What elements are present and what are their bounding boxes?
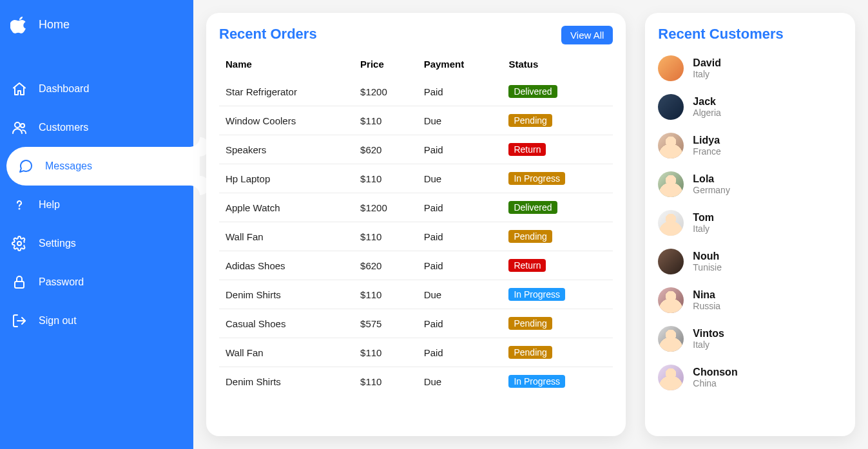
sidebar-item-customers[interactable]: Customers <box>0 108 193 147</box>
cell-name: Wall Fan <box>219 222 354 251</box>
avatar <box>658 171 684 197</box>
customer-country: France <box>693 146 721 157</box>
customer-country: Italy <box>693 224 714 234</box>
customer-info: ChonsonChina <box>693 366 737 389</box>
cell-payment: Paid <box>418 338 503 367</box>
cell-payment: Due <box>418 164 503 193</box>
apple-logo-icon <box>0 5 39 44</box>
sidebar-item-label: Dashboard <box>39 83 89 95</box>
customer-item[interactable]: VintosItaly <box>658 320 842 358</box>
status-badge: Delivered <box>508 85 557 98</box>
cell-payment: Paid <box>418 193 503 222</box>
sidebar-item-password[interactable]: Password <box>0 263 193 301</box>
customer-item[interactable]: TomItaly <box>658 204 842 242</box>
cell-status: In Progress <box>502 164 613 193</box>
table-row[interactable]: Hp Laptop$110DueIn Progress <box>219 164 613 193</box>
table-row[interactable]: Wall Fan$110PaidPending <box>219 338 613 367</box>
status-badge: In Progress <box>508 288 565 301</box>
table-row[interactable]: Star Refrigerator$1200PaidDelivered <box>219 77 613 106</box>
cell-status: Pending <box>502 222 613 251</box>
customer-name: Jack <box>693 95 721 108</box>
status-badge: In Progress <box>508 375 565 388</box>
table-row[interactable]: Apple Watch$1200PaidDelivered <box>219 193 613 222</box>
sidebar-item-label: Customers <box>39 122 88 133</box>
customer-item[interactable]: DavidItaly <box>658 49 842 88</box>
customer-info: VintosItaly <box>693 327 724 350</box>
sidebar-item-settings[interactable]: Settings <box>0 224 193 263</box>
customer-country: China <box>693 378 737 389</box>
col-status: Status <box>502 51 613 77</box>
table-row[interactable]: Denim Shirts$110DueIn Progress <box>219 367 613 396</box>
status-badge: Pending <box>508 346 552 359</box>
customer-country: Algeria <box>693 108 721 119</box>
view-all-button[interactable]: View All <box>561 26 613 44</box>
table-row[interactable]: Speakers$620PaidReturn <box>219 135 613 164</box>
cell-status: Delivered <box>502 193 613 222</box>
sidebar-item-help[interactable]: Help <box>0 186 193 224</box>
table-row[interactable]: Adidas Shoes$620PaidReturn <box>219 251 613 280</box>
sidebar-item-label: Password <box>39 276 84 288</box>
help-icon <box>0 186 39 224</box>
customer-info: LidyaFrance <box>693 134 721 157</box>
cell-payment: Paid <box>418 135 503 164</box>
lock-icon <box>0 263 39 301</box>
col-name: Name <box>219 51 354 77</box>
avatar <box>658 210 684 236</box>
table-row[interactable]: Denim Shirts$110DueIn Progress <box>219 280 613 309</box>
table-row[interactable]: Wall Fan$110PaidPending <box>219 222 613 251</box>
customer-item[interactable]: LolaGermany <box>658 165 842 204</box>
sidebar-item-dashboard[interactable]: Dashboard <box>0 70 193 108</box>
table-row[interactable]: Casual Shoes$575PaidPending <box>219 309 613 338</box>
customer-item[interactable]: NinaRussia <box>658 281 842 320</box>
cell-payment: Paid <box>418 309 503 338</box>
orders-header-row: Name Price Payment Status <box>219 51 613 77</box>
customer-name: Nouh <box>693 250 722 262</box>
nav-list: Home DashboardCustomersMessagesHelpSetti… <box>0 0 193 340</box>
customer-info: NouhTunisie <box>693 250 722 273</box>
cell-payment: Due <box>418 106 503 135</box>
main: Recent Orders View All Name Price Paymen… <box>193 0 868 449</box>
cell-payment: Due <box>418 280 503 309</box>
customer-name: David <box>693 57 721 69</box>
cell-price: $110 <box>354 280 418 309</box>
status-badge: Delivered <box>508 201 557 214</box>
customer-info: TomItaly <box>693 211 714 234</box>
status-badge: Pending <box>508 230 552 243</box>
cell-price: $1200 <box>354 77 418 106</box>
cell-payment: Due <box>418 367 503 396</box>
customer-item[interactable]: NouhTunisie <box>658 242 842 281</box>
sidebar-item-sign out[interactable]: Sign out <box>0 301 193 340</box>
customer-name: Nina <box>693 289 720 301</box>
cell-price: $620 <box>354 251 418 280</box>
customer-item[interactable]: ChonsonChina <box>658 358 842 397</box>
customer-info: DavidItaly <box>693 57 721 80</box>
sidebar-brand[interactable]: Home <box>0 5 193 70</box>
cell-name: Apple Watch <box>219 193 354 222</box>
cell-price: $110 <box>354 367 418 396</box>
cell-status: In Progress <box>502 280 613 309</box>
customer-item[interactable]: JackAlgeria <box>658 88 842 126</box>
brand-label: Home <box>39 18 70 32</box>
customers-header: Recent Customers <box>658 26 842 43</box>
signout-icon <box>0 301 39 340</box>
customer-country: Germany <box>693 185 730 196</box>
customer-country: Italy <box>693 339 724 350</box>
status-badge: Return <box>508 143 546 156</box>
status-badge: Return <box>508 259 546 272</box>
cell-status: Pending <box>502 106 613 135</box>
sidebar-item-label: Help <box>39 199 60 211</box>
cell-status: Delivered <box>502 77 613 106</box>
customer-info: LolaGermany <box>693 173 730 196</box>
sidebar-item-messages[interactable]: Messages <box>6 147 200 186</box>
cell-name: Denim Shirts <box>219 367 354 396</box>
customer-name: Lola <box>693 173 730 185</box>
table-row[interactable]: Window Coolers$110DuePending <box>219 106 613 135</box>
cell-price: $575 <box>354 309 418 338</box>
cell-price: $1200 <box>354 193 418 222</box>
avatar <box>658 326 684 352</box>
customer-item[interactable]: LidyaFrance <box>658 126 842 165</box>
cell-status: In Progress <box>502 367 613 396</box>
recent-customers-card: Recent Customers DavidItalyJackAlgeriaLi… <box>645 13 855 436</box>
customer-country: Russia <box>693 301 720 312</box>
customer-country: Italy <box>693 69 721 80</box>
